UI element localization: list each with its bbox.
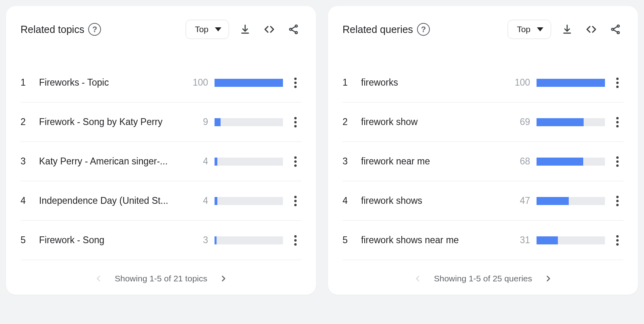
- item-label: Firework - Song by Katy Perry: [39, 117, 182, 127]
- prev-page-button[interactable]: [92, 272, 105, 285]
- item-value: 47: [511, 195, 530, 206]
- rank: 1: [343, 77, 355, 88]
- rank: 3: [343, 156, 355, 167]
- rank: 5: [21, 235, 33, 246]
- item-value: 68: [511, 156, 530, 167]
- item-label: firework show: [361, 117, 504, 127]
- item-label: Fireworks - Topic: [39, 77, 182, 88]
- list-item[interactable]: 1Fireworks - Topic100: [21, 63, 301, 103]
- embed-icon[interactable]: [261, 21, 277, 37]
- panel-header: Related topics?Top: [21, 20, 301, 39]
- panel-title: Related topics: [21, 24, 84, 35]
- item-value: 100: [189, 77, 208, 88]
- more-options-icon[interactable]: [611, 78, 623, 88]
- bar-fill: [215, 118, 221, 126]
- next-page-button[interactable]: [542, 272, 555, 285]
- rank: 2: [21, 117, 33, 127]
- sort-dropdown[interactable]: Top: [186, 20, 229, 39]
- bar-fill: [537, 158, 583, 166]
- help-icon[interactable]: ?: [88, 23, 101, 36]
- bar-fill: [537, 197, 569, 205]
- bar-fill: [537, 236, 558, 244]
- list-item[interactable]: 3firework near me68: [343, 142, 623, 181]
- more-options-icon[interactable]: [289, 156, 301, 167]
- bar-track: [215, 197, 283, 205]
- rank: 4: [343, 195, 355, 206]
- rank: 1: [21, 77, 33, 88]
- result-list: 1fireworks1002firework show693firework n…: [343, 63, 623, 260]
- item-value: 4: [189, 156, 208, 167]
- more-options-icon[interactable]: [289, 117, 301, 127]
- list-item[interactable]: 2Firework - Song by Katy Perry9: [21, 103, 301, 142]
- related-queries-panel: Related queries?Top1fireworks1002firewor…: [328, 6, 638, 295]
- rank: 3: [21, 156, 33, 167]
- list-item[interactable]: 1fireworks100: [343, 63, 623, 103]
- rank: 2: [343, 117, 355, 127]
- bar-fill: [215, 79, 283, 87]
- panel-title: Related queries: [343, 24, 413, 35]
- sort-dropdown[interactable]: Top: [508, 20, 551, 39]
- item-label: Katy Perry - American singer-...: [39, 156, 182, 167]
- next-page-button[interactable]: [217, 272, 230, 285]
- download-icon[interactable]: [237, 21, 253, 37]
- bar-fill: [215, 158, 217, 166]
- more-options-icon[interactable]: [611, 196, 623, 206]
- bar-fill: [215, 197, 217, 205]
- more-options-icon[interactable]: [611, 235, 623, 246]
- bar-fill: [215, 236, 217, 244]
- download-icon[interactable]: [559, 21, 575, 37]
- bar-track: [215, 79, 283, 87]
- more-options-icon[interactable]: [611, 117, 623, 127]
- bar-track: [215, 236, 283, 244]
- bar-track: [537, 236, 605, 244]
- bar-track: [215, 118, 283, 126]
- bar-track: [537, 79, 605, 87]
- bar-track: [537, 158, 605, 166]
- more-options-icon[interactable]: [611, 156, 623, 167]
- bar-fill: [537, 118, 584, 126]
- bar-track: [215, 158, 283, 166]
- list-item[interactable]: 5Firework - Song3: [21, 221, 301, 260]
- pagination-text: Showing 1-5 of 25 queries: [434, 274, 532, 283]
- list-item[interactable]: 4firework shows47: [343, 181, 623, 221]
- pagination-text: Showing 1-5 of 21 topics: [115, 274, 207, 283]
- item-value: 100: [511, 77, 530, 88]
- more-options-icon[interactable]: [289, 196, 301, 206]
- list-item[interactable]: 2firework show69: [343, 103, 623, 142]
- item-label: firework near me: [361, 156, 504, 167]
- bar-track: [537, 118, 605, 126]
- more-options-icon[interactable]: [289, 78, 301, 88]
- item-label: fireworks: [361, 77, 504, 88]
- prev-page-button[interactable]: [411, 272, 424, 285]
- list-item[interactable]: 3Katy Perry - American singer-...4: [21, 142, 301, 181]
- item-label: firework shows near me: [361, 235, 504, 246]
- title-wrap: Related queries?: [343, 23, 430, 36]
- more-options-icon[interactable]: [289, 235, 301, 246]
- item-value: 9: [189, 117, 208, 127]
- related-topics-panel: Related topics?Top1Fireworks - Topic1002…: [6, 6, 316, 295]
- help-icon[interactable]: ?: [417, 23, 430, 36]
- share-icon[interactable]: [285, 21, 301, 37]
- item-value: 3: [189, 235, 208, 246]
- item-value: 69: [511, 117, 530, 127]
- list-item[interactable]: 4Independence Day (United St...4: [21, 181, 301, 221]
- pagination: Showing 1-5 of 25 queries: [343, 272, 623, 285]
- rank: 4: [21, 195, 33, 206]
- item-value: 4: [189, 195, 208, 206]
- sort-label: Top: [517, 25, 530, 34]
- share-icon[interactable]: [607, 21, 623, 37]
- list-item[interactable]: 5firework shows near me31: [343, 221, 623, 260]
- item-label: Firework - Song: [39, 235, 182, 246]
- chevron-down-icon: [537, 27, 543, 31]
- panel-header: Related queries?Top: [343, 20, 623, 39]
- item-value: 31: [511, 235, 530, 246]
- bar-track: [537, 197, 605, 205]
- result-list: 1Fireworks - Topic1002Firework - Song by…: [21, 63, 301, 260]
- chevron-down-icon: [215, 27, 221, 31]
- embed-icon[interactable]: [583, 21, 599, 37]
- sort-label: Top: [195, 25, 208, 34]
- rank: 5: [343, 235, 355, 246]
- bar-fill: [537, 79, 605, 87]
- item-label: firework shows: [361, 195, 504, 206]
- pagination: Showing 1-5 of 21 topics: [21, 272, 301, 285]
